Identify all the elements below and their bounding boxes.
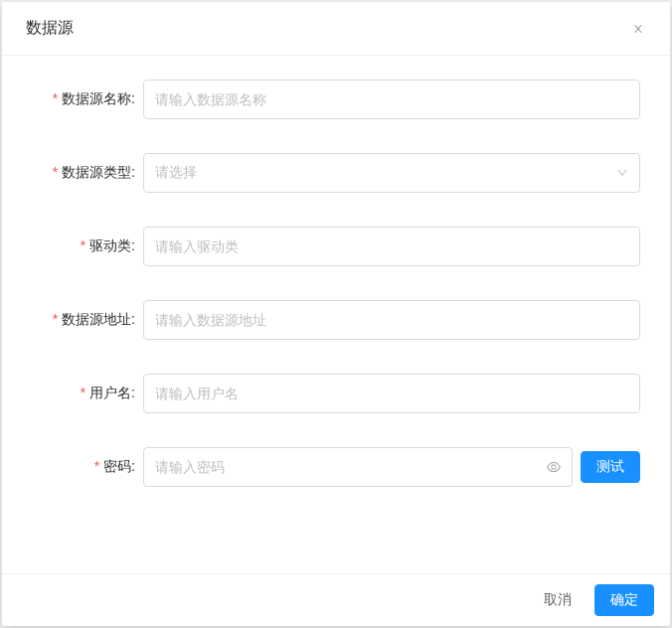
modal-body: *数据源名称: *数据源类型: 请选择 *驱动类:: [2, 56, 670, 573]
form-row-password: *密码: 测试: [26, 447, 640, 487]
form-row-driver: *驱动类:: [26, 227, 640, 266]
form-row-username: *用户名:: [26, 374, 640, 413]
eye-icon[interactable]: [546, 459, 562, 475]
modal-header: 数据源: [2, 2, 670, 56]
close-icon[interactable]: [630, 21, 646, 37]
username-input[interactable]: [143, 374, 640, 413]
cancel-button[interactable]: 取消: [529, 584, 587, 616]
name-input[interactable]: [143, 79, 640, 119]
type-label: *数据源类型:: [26, 164, 143, 182]
type-placeholder: 请选择: [155, 164, 197, 182]
chevron-down-icon: [616, 167, 628, 179]
url-label: *数据源地址:: [26, 311, 143, 329]
form-row-name: *数据源名称:: [26, 79, 640, 119]
modal-footer: 取消 确定: [2, 573, 670, 626]
driver-input[interactable]: [143, 227, 640, 266]
name-label: *数据源名称:: [26, 90, 143, 108]
form-row-url: *数据源地址:: [26, 300, 640, 340]
data-source-modal: 数据源 *数据源名称: *数据源类型: 请选择 *驱动类:: [2, 2, 670, 626]
test-button[interactable]: 测试: [581, 451, 640, 483]
password-label: *密码:: [26, 458, 143, 476]
confirm-button[interactable]: 确定: [594, 584, 654, 616]
form-row-type: *数据源类型: 请选择: [26, 153, 640, 193]
password-input[interactable]: [143, 447, 573, 487]
modal-title: 数据源: [26, 18, 74, 39]
type-select[interactable]: 请选择: [143, 153, 640, 193]
url-input[interactable]: [143, 300, 640, 340]
username-label: *用户名:: [26, 385, 143, 402]
driver-label: *驱动类:: [26, 237, 143, 255]
